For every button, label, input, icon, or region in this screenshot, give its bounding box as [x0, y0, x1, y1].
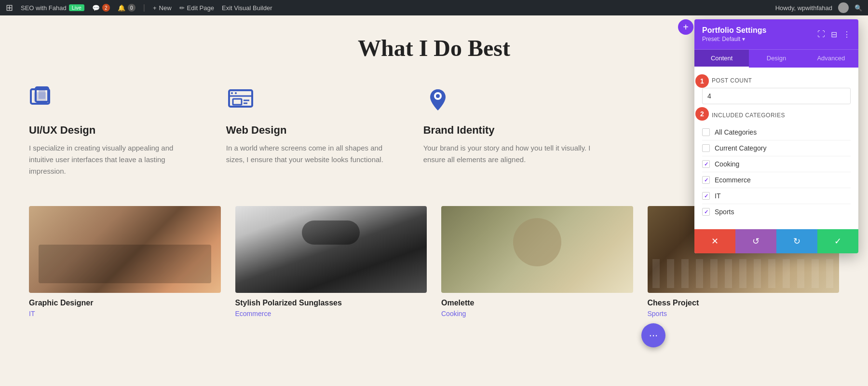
cat-checkbox-all[interactable] [702, 128, 710, 136]
cat-item-sports[interactable]: Sports [702, 204, 851, 220]
live-badge: Live [69, 4, 84, 11]
settings-header-actions: ⛶ ⊟ ⋮ [817, 30, 851, 39]
cat-label-all: All Categories [715, 128, 757, 136]
wp-icon[interactable]: ⊞ [6, 2, 13, 13]
expand-button[interactable]: ⊟ [831, 30, 837, 39]
post-count-label: Post Count [702, 77, 851, 84]
settings-preset[interactable]: Preset: Default ▾ [702, 36, 766, 42]
cat-checkbox-cooking[interactable] [702, 160, 710, 168]
comments-count: 2 [102, 4, 110, 12]
plus-icon: + [683, 22, 689, 33]
more-options-button[interactable]: ⋮ [843, 30, 851, 39]
save-button[interactable]: ✓ [817, 229, 858, 253]
edit-page-link[interactable]: ✏ Edit Page [179, 4, 214, 12]
post-count-input[interactable] [702, 88, 851, 104]
dots-icon: ··· [649, 329, 658, 342]
portfolio-title-1: Stylish Polarized Sunglasses [235, 299, 427, 307]
service-item: Brand Identity Your brand is your story … [423, 85, 592, 177]
portfolio-title-2: Omelette [441, 299, 633, 307]
service-desc-2: Your brand is your story and how you tel… [423, 142, 592, 165]
svg-point-9 [231, 92, 233, 94]
undo-button[interactable]: ↺ [735, 229, 776, 253]
post-count-wrapper: 1 Post Count [702, 77, 851, 104]
cat-item-all[interactable]: All Categories [702, 124, 851, 140]
portfolio-settings-panel: Portfolio Settings Preset: Default ▾ ⛶ ⊟… [694, 19, 858, 253]
step-2-badge: 2 [695, 107, 709, 121]
cat-item-current[interactable]: Current Category [702, 140, 851, 156]
admin-bar: ⊞ SEO with Fahad Live 💬 2 🔔 0 | + New ✏ … [0, 0, 868, 15]
admin-bar-right: Howdy, wpwithfahad 🔍 [775, 2, 862, 13]
portfolio-cat-2[interactable]: Cooking [441, 310, 466, 317]
cat-item-cooking[interactable]: Cooking [702, 156, 851, 172]
portfolio-cat-3[interactable]: Sports [648, 310, 667, 317]
svg-point-12 [436, 94, 440, 98]
comments-link[interactable]: 💬 2 [92, 4, 110, 12]
step-1-badge: 1 [695, 74, 709, 88]
cat-label-current: Current Category [715, 144, 766, 152]
portfolio-cat-0[interactable]: IT [29, 310, 35, 317]
webdesign-icon [226, 85, 394, 116]
cat-label-ecommerce: Ecommerce [715, 176, 751, 184]
cat-label-cooking: Cooking [715, 160, 739, 168]
settings-panel-title: Portfolio Settings [702, 26, 766, 35]
service-desc-1: In a world where screens come in all sha… [226, 142, 394, 165]
cat-item-ecommerce[interactable]: Ecommerce [702, 172, 851, 188]
cancel-button[interactable]: ✕ [694, 229, 735, 253]
cat-label-it: IT [715, 192, 720, 200]
portfolio-img-0 [29, 206, 221, 293]
service-title-1: Web Design [226, 124, 394, 137]
settings-header: Portfolio Settings Preset: Default ▾ ⛶ ⊟… [694, 19, 858, 49]
svg-point-10 [235, 92, 237, 94]
cat-item-it[interactable]: IT [702, 188, 851, 204]
user-avatar [838, 2, 849, 13]
portfolio-title-0: Graphic Designer [29, 299, 221, 307]
settings-tabs: Content Design Advanced [694, 49, 858, 68]
portfolio-item-0: Graphic Designer IT [29, 206, 221, 318]
brand-icon [423, 85, 592, 116]
tab-content[interactable]: Content [694, 50, 749, 68]
settings-actions: ✕ ↺ ↻ ✓ [694, 229, 858, 253]
cat-checkbox-sports[interactable] [702, 208, 710, 216]
site-title[interactable]: SEO with Fahad Live [21, 4, 84, 12]
portfolio-item-2: Omelette Cooking [441, 206, 633, 318]
svg-rect-3 [39, 90, 45, 99]
cat-checkbox-current[interactable] [702, 144, 710, 152]
fullscreen-button[interactable]: ⛶ [817, 30, 825, 39]
service-item: UI/UX Design I specialize in creating vi… [29, 85, 197, 177]
service-title-0: UI/UX Design [29, 124, 197, 137]
service-title-2: Brand Identity [423, 124, 592, 137]
svg-rect-6 [233, 99, 242, 105]
notifications-count: 0 [128, 4, 136, 12]
uiux-icon [29, 85, 197, 116]
notifications-icon: 🔔 [118, 4, 125, 12]
category-list: All Categories Current Category Cooking … [702, 124, 851, 220]
portfolio-img-2 [441, 206, 633, 293]
new-link[interactable]: + New [153, 4, 172, 12]
add-module-button[interactable]: + [678, 19, 693, 35]
portfolio-item-1: Stylish Polarized Sunglasses Ecommerce [235, 206, 427, 318]
portfolio-cat-1[interactable]: Ecommerce [235, 310, 271, 317]
service-desc-0: I specialize in creating visually appeal… [29, 142, 197, 177]
cat-checkbox-ecommerce[interactable] [702, 176, 710, 184]
service-item: Web Design In a world where screens come… [226, 85, 394, 177]
cat-checkbox-it[interactable] [702, 192, 710, 200]
portfolio-img-1 [235, 206, 427, 293]
tab-advanced[interactable]: Advanced [804, 50, 858, 68]
settings-header-left: Portfolio Settings Preset: Default ▾ [702, 26, 766, 42]
post-count-row: 1 Post Count [702, 77, 851, 104]
floating-menu-button[interactable]: ··· [641, 323, 665, 347]
included-categories-section: 2 Included Categories All Categories Cur… [702, 112, 851, 220]
exit-builder-link[interactable]: Exit Visual Builder [222, 4, 272, 12]
included-categories-label: Included Categories [702, 112, 851, 119]
redo-button[interactable]: ↻ [776, 229, 817, 253]
comments-icon: 💬 [92, 4, 100, 12]
user-greeting: Howdy, wpwithfahad [775, 4, 832, 12]
edit-icon: ✏ [179, 4, 185, 12]
portfolio-title-3: Chess Project [648, 299, 840, 307]
settings-body: 1 Post Count 2 Included Categories All C… [694, 68, 858, 229]
search-icon[interactable]: 🔍 [854, 4, 862, 12]
cat-label-sports: Sports [715, 208, 734, 216]
notifications-link[interactable]: 🔔 0 [118, 4, 136, 12]
tab-design[interactable]: Design [749, 50, 803, 68]
